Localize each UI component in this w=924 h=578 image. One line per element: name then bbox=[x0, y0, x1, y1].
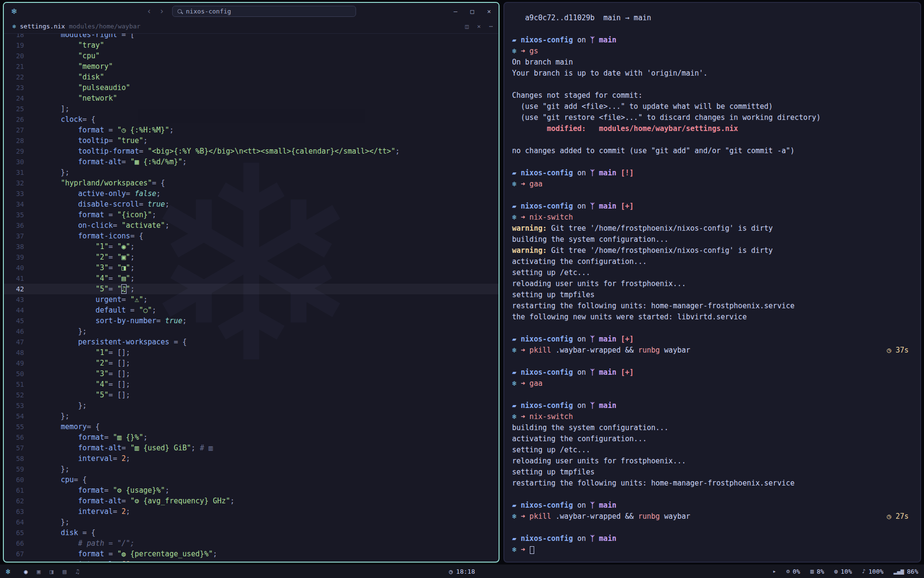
workspace-3-icon[interactable]: ◨ bbox=[50, 568, 53, 575]
code-line[interactable]: 35 format = "{icon}"; bbox=[4, 210, 499, 220]
code-line[interactable]: 36 on-click= "activate"; bbox=[4, 220, 499, 231]
workspace-1-icon[interactable]: ◉ bbox=[24, 568, 28, 575]
code-line[interactable]: 40 "3"= "◨"; bbox=[4, 263, 499, 273]
code-line[interactable]: 56 format= "▥ {}%"; bbox=[4, 432, 499, 443]
code-line[interactable]: 66 # path = "/"; bbox=[4, 538, 499, 549]
terminal-window[interactable]: a9c0c72..d11029b main → main▰ nixos-conf… bbox=[503, 2, 921, 563]
line-number: 20 bbox=[4, 51, 31, 61]
code-line[interactable]: 24 "network" bbox=[4, 93, 499, 104]
workspace-4-icon[interactable]: ▤ bbox=[63, 568, 66, 575]
code-line[interactable]: 21 "memory" bbox=[4, 61, 499, 72]
terminal-line: ▰ nixos-config on ᛉ main [+] bbox=[512, 334, 911, 345]
code-line[interactable]: 20 "cpu" bbox=[4, 51, 499, 61]
clock-icon: ◷ bbox=[449, 568, 453, 575]
code-line[interactable]: 27 format = "◷ {:%H:%M}"; bbox=[4, 125, 499, 135]
command-duration: ◷ 27s bbox=[887, 511, 909, 522]
nixos-launcher-icon[interactable]: ❄ bbox=[6, 567, 11, 576]
code-line[interactable]: 29 tooltip-format= "<big>{:%Y %B}</big>\… bbox=[4, 146, 499, 157]
line-number: 66 bbox=[4, 538, 31, 549]
code-line[interactable]: 43 urgent= "⚠"; bbox=[4, 294, 499, 305]
code-line[interactable]: 51 "4"= []; bbox=[4, 379, 499, 390]
code-line-text: disk = { bbox=[31, 527, 95, 538]
workspace-2-icon[interactable]: ▣ bbox=[37, 568, 40, 575]
code-line-text: persistent-workspaces = { bbox=[31, 337, 187, 347]
tab-settings-nix[interactable]: ❄ settings.nix modules/home/waybar bbox=[10, 19, 143, 33]
clock-module[interactable]: ◷ 18:18 bbox=[449, 568, 475, 575]
code-line[interactable]: 38 "1"= "◉"; bbox=[4, 241, 499, 252]
code-line[interactable]: 37 format-icons= { bbox=[4, 231, 499, 241]
code-line[interactable]: 26 clock= { bbox=[4, 114, 499, 125]
code-line[interactable]: 53 }; bbox=[4, 400, 499, 411]
terminal-line: Changes not staged for commit: bbox=[512, 90, 911, 101]
code-line[interactable]: 65 disk = { bbox=[4, 527, 499, 538]
network-value: 86% bbox=[907, 568, 918, 575]
project-name: nixos-config bbox=[186, 8, 231, 15]
code-line[interactable]: 19 "tray" bbox=[4, 40, 499, 51]
code-line[interactable]: 34 disable-scroll= true; bbox=[4, 199, 499, 210]
disk-module[interactable]: ◍10% bbox=[834, 568, 852, 575]
project-search[interactable]: nixos-config bbox=[172, 6, 356, 17]
code-line[interactable]: 25 ]; bbox=[4, 104, 499, 114]
terminal-line: ▰ nixos-config on ᛉ main [+] bbox=[512, 367, 911, 378]
code-line-text: default = "○"; bbox=[31, 305, 156, 315]
line-number: 34 bbox=[4, 199, 31, 210]
line-number: 48 bbox=[4, 347, 31, 358]
code-line[interactable]: 41 "4"= "▤"; bbox=[4, 273, 499, 284]
terminal-line: setting up /etc... bbox=[512, 445, 911, 456]
code-line[interactable]: 55 memory= { bbox=[4, 421, 499, 432]
code-line[interactable]: 28 tooltip= "true"; bbox=[4, 135, 499, 146]
forward-button[interactable]: › bbox=[159, 6, 164, 16]
terminal-line: (use "git restore <file>..." to discard … bbox=[512, 112, 911, 123]
code-line[interactable]: 22 "disk" bbox=[4, 72, 499, 82]
code-line[interactable]: 49 "2"= []; bbox=[4, 358, 499, 368]
code-line[interactable]: 31 }; bbox=[4, 167, 499, 178]
code-line-text: "2"= "▣"; bbox=[31, 252, 135, 263]
command-duration: ◷ 37s bbox=[887, 345, 909, 356]
code-line[interactable]: 50 "3"= []; bbox=[4, 368, 499, 379]
code-line[interactable]: 18 modules-right = [ bbox=[4, 34, 499, 40]
tray-expander-module[interactable]: ▸ bbox=[773, 568, 776, 575]
code-line[interactable]: 58 interval= 2; bbox=[4, 453, 499, 464]
code-editor[interactable]: ❄ 18 modules-right = [19 "tray"20 "cpu"2… bbox=[4, 34, 499, 562]
line-number: 21 bbox=[4, 61, 31, 72]
code-line[interactable]: 47 persistent-workspaces = { bbox=[4, 337, 499, 347]
code-line-text: interval= 60; bbox=[31, 559, 135, 562]
code-line[interactable]: 33 active-only= false; bbox=[4, 188, 499, 199]
network-module[interactable]: ▂▄▆86% bbox=[894, 568, 918, 575]
terminal-line: ❄ ➜ gaa bbox=[512, 378, 911, 389]
code-line[interactable]: 63 interval= 2; bbox=[4, 506, 499, 517]
code-line-text: }; bbox=[31, 400, 87, 411]
code-line[interactable]: 42 "5"= "♫"; bbox=[4, 284, 499, 294]
code-line[interactable]: 64 }; bbox=[4, 517, 499, 527]
cpu-module[interactable]: ⚙0% bbox=[786, 568, 800, 575]
more-options-icon[interactable]: ⋯ bbox=[489, 23, 493, 30]
code-line[interactable]: 57 format-alt= "▥ {used} GiB"; # ▥ bbox=[4, 443, 499, 453]
line-number: 59 bbox=[4, 464, 31, 474]
code-line[interactable]: 61 format= "⚙ {usage}%"; bbox=[4, 485, 499, 496]
code-line[interactable]: 39 "2"= "▣"; bbox=[4, 252, 499, 263]
minimize-button[interactable]: – bbox=[454, 8, 458, 15]
code-line[interactable]: 44 default = "○"; bbox=[4, 305, 499, 315]
code-line[interactable]: 46 }; bbox=[4, 326, 499, 337]
pulseaudio-module[interactable]: ♪100% bbox=[862, 568, 884, 575]
code-line[interactable]: 60 cpu= { bbox=[4, 474, 499, 485]
code-line[interactable]: 23 "pulseaudio" bbox=[4, 82, 499, 93]
code-line-text: "hyprland/workspaces"= { bbox=[31, 178, 165, 188]
back-button[interactable]: ‹ bbox=[147, 6, 152, 16]
code-line[interactable]: 59 }; bbox=[4, 464, 499, 474]
code-line[interactable]: 68 interval= 60; bbox=[4, 559, 499, 562]
code-line[interactable]: 45 sort-by-number= true; bbox=[4, 315, 499, 326]
split-pane-icon[interactable]: ◫ bbox=[465, 23, 469, 30]
close-button[interactable]: ✕ bbox=[487, 8, 491, 15]
code-line[interactable]: 30 format-alt= "▦ {:%d/%m}"; bbox=[4, 157, 499, 167]
code-line[interactable]: 62 format-alt= "⚙ {avg_frequency} GHz"; bbox=[4, 496, 499, 506]
code-line[interactable]: 54 }; bbox=[4, 411, 499, 421]
close-tab-icon[interactable]: × bbox=[477, 23, 481, 30]
code-line[interactable]: 48 "1"= []; bbox=[4, 347, 499, 358]
maximize-button[interactable]: □ bbox=[470, 8, 474, 15]
code-line[interactable]: 32 "hyprland/workspaces"= { bbox=[4, 178, 499, 188]
code-line[interactable]: 52 "5"= []; bbox=[4, 390, 499, 400]
memory-module[interactable]: ▥8% bbox=[810, 568, 824, 575]
code-line[interactable]: 67 format = "◍ {percentage_used}%"; bbox=[4, 549, 499, 559]
workspace-5-icon[interactable]: ♫ bbox=[76, 568, 79, 575]
